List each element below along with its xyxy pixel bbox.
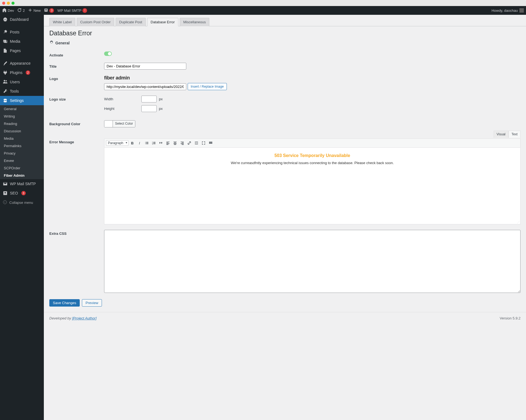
align-right-icon[interactable] (179, 140, 185, 146)
sidebar-item-seo[interactable]: SEO 3 (0, 188, 44, 198)
link-icon[interactable] (186, 140, 193, 146)
footer-version: Version 5.9.2 (500, 316, 521, 320)
readmore-icon[interactable] (193, 140, 200, 146)
resize-handle-icon[interactable]: ⋰ (517, 221, 520, 224)
logo-height-input[interactable] (141, 105, 157, 112)
px-label: px (159, 97, 163, 101)
align-center-icon[interactable] (172, 140, 178, 146)
sidebar-item-plugins[interactable]: Plugins 2 (0, 68, 44, 77)
save-changes-button[interactable]: Save Changes (49, 299, 80, 307)
sidebar-item-appearance[interactable]: Appearance (0, 59, 44, 68)
paragraph-select[interactable]: Paragraph (106, 140, 128, 146)
admin-bar-new-label: New (33, 8, 41, 13)
submenu-general[interactable]: General (0, 105, 44, 113)
sidebar-item-wpmail[interactable]: WP Mail SMTP (0, 179, 44, 188)
admin-bar-site[interactable]: Dev (2, 8, 14, 13)
editor: Visual Text Paragraph B I (104, 138, 521, 224)
submenu-eevee[interactable]: Eevee (0, 157, 44, 164)
mail-icon (3, 181, 8, 186)
yoast-icon (44, 8, 48, 13)
sidebar-item-posts[interactable]: Posts (0, 27, 44, 37)
label-height: Height (104, 107, 121, 111)
title-input[interactable] (104, 63, 186, 70)
pin-icon (3, 30, 8, 35)
insert-replace-image-button[interactable]: Insert / Replace Image (188, 83, 227, 90)
sidebar-item-tools[interactable]: Tools (0, 87, 44, 96)
admin-bar-new[interactable]: New (28, 8, 41, 13)
admin-bar-yoast[interactable]: 3 (44, 8, 54, 13)
bold-icon[interactable]: B (129, 140, 136, 146)
color-picker[interactable]: Select Color (104, 120, 135, 127)
admin-bar-updates[interactable]: 2 (17, 8, 25, 13)
section-general: General (44, 37, 526, 49)
sidebar-item-settings[interactable]: Settings (0, 96, 44, 105)
svg-point-0 (3, 201, 7, 204)
admin-bar-wpmail-badge: ! (82, 8, 87, 13)
label-bg-color: Background Color (49, 120, 104, 126)
sidebar-label: Posts (10, 30, 19, 34)
submenu-writing[interactable]: Writing (0, 113, 44, 120)
collapse-label: Collapse menu (9, 201, 33, 205)
editor-tab-visual[interactable]: Visual (494, 131, 508, 138)
tab-white-label[interactable]: White Label (49, 18, 75, 26)
sidebar-label: Tools (10, 89, 19, 93)
admin-bar-updates-count: 2 (23, 8, 25, 13)
admin-bar-site-label: Dev (8, 8, 14, 13)
tab-miscellaneous[interactable]: Miscellaneous (180, 18, 209, 26)
label-width: Width (104, 97, 121, 101)
footer-author-link[interactable]: [Project Author] (72, 316, 96, 320)
tab-duplicate-post[interactable]: Duplicate Post (116, 18, 146, 26)
submenu-scporder[interactable]: SCPOrder (0, 164, 44, 172)
logo-url-input[interactable] (104, 83, 186, 90)
page-icon (3, 48, 8, 53)
submenu-media[interactable]: Media (0, 135, 44, 142)
settings-icon (3, 98, 8, 103)
ulist-icon[interactable] (143, 140, 150, 146)
window-close-icon[interactable] (2, 2, 5, 5)
tab-custom-post-order[interactable]: Custom Post Order (77, 18, 114, 26)
submenu-reading[interactable]: Reading (0, 120, 44, 127)
submenu-fiberadmin[interactable]: Fiber Admin (0, 172, 44, 179)
page-title: Database Error (44, 26, 526, 37)
submenu-permalinks[interactable]: Permalinks (0, 142, 44, 150)
kitchen-sink-icon[interactable] (207, 140, 214, 146)
activate-toggle[interactable] (104, 52, 112, 56)
preview-button[interactable]: Preview (82, 299, 102, 307)
sidebar-item-media[interactable]: Media (0, 37, 44, 46)
admin-bar-yoast-badge: 3 (49, 8, 54, 13)
sidebar-label: Appearance (10, 61, 31, 65)
extra-css-textarea[interactable] (104, 230, 521, 293)
label-logo-size: Logo size (49, 96, 104, 101)
admin-bar-user[interactable]: Howdy, daochau (491, 8, 524, 13)
italic-icon[interactable]: I (136, 140, 143, 146)
submenu-privacy[interactable]: Privacy (0, 150, 44, 157)
label-activate: Activate (49, 52, 104, 57)
olist-icon[interactable] (150, 140, 157, 146)
sidebar-item-pages[interactable]: Pages (0, 46, 44, 55)
settings-submenu: General Writing Reading Discussion Media… (0, 105, 44, 179)
color-swatch (104, 121, 113, 127)
brush-icon (3, 61, 8, 66)
label-logo: Logo (49, 75, 104, 81)
align-left-icon[interactable] (165, 140, 171, 146)
sidebar-item-users[interactable]: Users (0, 77, 44, 87)
editor-tab-text[interactable]: Text (508, 131, 521, 138)
media-icon (3, 39, 8, 44)
sidebar-label: Dashboard (10, 17, 29, 22)
logo-preview: fiber admin (104, 75, 521, 81)
logo-width-input[interactable] (141, 96, 157, 102)
collapse-menu[interactable]: Collapse menu (0, 198, 44, 207)
quote-icon[interactable] (158, 140, 164, 146)
submenu-discussion[interactable]: Discussion (0, 127, 44, 135)
editor-body[interactable]: 503 Service Temporarily Unavailable We'r… (104, 148, 521, 224)
tab-database-error[interactable]: Database Error (147, 18, 178, 26)
window-minimize-icon[interactable] (7, 2, 10, 5)
editor-toolbar: Paragraph B I (104, 138, 521, 148)
sidebar-item-dashboard[interactable]: Dashboard (0, 15, 44, 24)
fullscreen-icon[interactable] (200, 140, 207, 146)
admin-bar-wpmail[interactable]: WP Mail SMTP ! (57, 8, 87, 13)
plus-icon (28, 8, 32, 13)
window-maximize-icon[interactable] (12, 2, 15, 5)
label-extra-css: Extra CSS (49, 230, 104, 236)
plugin-icon (3, 70, 8, 75)
